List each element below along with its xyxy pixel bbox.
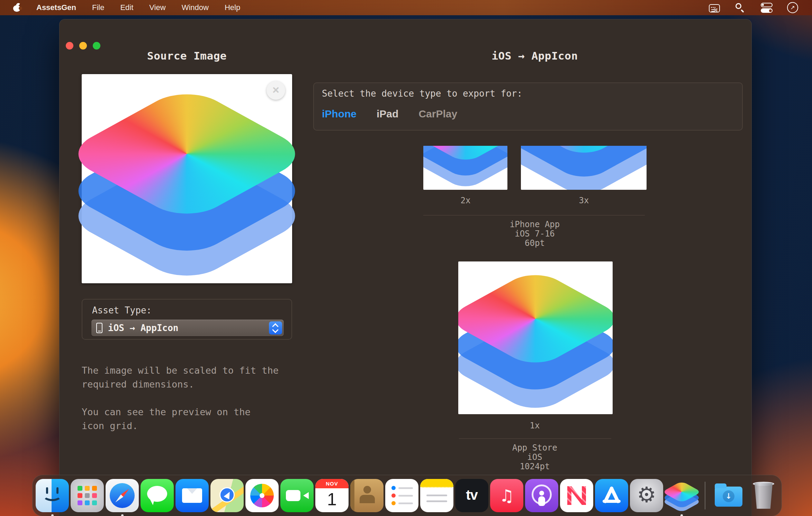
assetsgen-window: Source Image × Asset Type: iOS → AppIcon… xyxy=(59,19,752,516)
group-divider xyxy=(423,215,645,215)
apple-menu-icon[interactable] xyxy=(13,3,20,12)
dock-item-podcasts[interactable] xyxy=(525,479,558,512)
group-divider xyxy=(459,438,611,439)
caption-line: iOS xyxy=(431,453,639,462)
asset-type-value: iOS → AppIcon xyxy=(108,323,179,333)
safari-icon xyxy=(106,479,139,512)
maps-icon xyxy=(210,479,244,512)
group-caption-app-store: App Store iOS 1024pt xyxy=(431,443,639,471)
dock-item-downloads[interactable] xyxy=(712,479,745,512)
control-center-icon[interactable] xyxy=(761,2,773,13)
menu-bar: AssetsGen File Edit View Window Help ⌘ ↗ xyxy=(0,0,812,15)
menu-file[interactable]: File xyxy=(92,3,104,12)
trash-icon xyxy=(747,479,780,512)
dock-item-messages[interactable] xyxy=(141,479,174,512)
preview-thumb-1x xyxy=(458,261,613,414)
system-settings-icon: ⚙ xyxy=(630,479,663,512)
desktop: AssetsGen File Edit View Window Help ⌘ ↗ xyxy=(0,0,812,516)
remove-source-image-button[interactable]: × xyxy=(267,81,285,100)
scale-label-2x: 2x xyxy=(445,196,486,205)
assetsgen-icon xyxy=(665,479,698,512)
mail-icon xyxy=(175,479,209,512)
preview-artwork xyxy=(521,146,647,190)
menu-edit[interactable]: Edit xyxy=(120,3,133,12)
preview-artwork xyxy=(464,265,606,407)
search-icon[interactable] xyxy=(734,2,746,13)
menu-window[interactable]: Window xyxy=(182,3,209,12)
description-line: The image will be scaled to fit the xyxy=(82,364,307,377)
menu-help[interactable]: Help xyxy=(225,3,240,12)
caption-line: iPhone App xyxy=(431,220,639,229)
dock-item-tv[interactable]: tv xyxy=(455,479,488,512)
dock-item-reminders[interactable] xyxy=(385,479,418,512)
dock-item-safari[interactable] xyxy=(106,479,139,512)
facetime-icon xyxy=(280,479,314,512)
phone-icon xyxy=(96,323,102,333)
toggle-pill-top xyxy=(761,3,773,7)
music-icon: ♫ xyxy=(490,479,523,512)
caption-line: 1024pt xyxy=(431,462,639,471)
messages-icon xyxy=(141,479,174,512)
device-option-ipad[interactable]: iPad xyxy=(377,108,398,120)
search-handle xyxy=(741,9,744,13)
clock-icon[interactable]: ↗ xyxy=(787,2,798,13)
launchpad-icon xyxy=(71,479,104,512)
downloads-folder-icon xyxy=(712,479,745,512)
contacts-icon xyxy=(350,479,384,512)
source-image-preview[interactable] xyxy=(82,74,292,283)
calendar-icon: NOV 1 xyxy=(315,479,349,512)
kbd-dots xyxy=(711,7,712,8)
description-line: required dimensions. xyxy=(82,377,307,391)
menu-app-name[interactable]: AssetsGen xyxy=(36,3,76,12)
notes-icon xyxy=(420,479,453,512)
dock-item-assetsgen[interactable] xyxy=(665,479,698,512)
device-option-iphone[interactable]: iPhone xyxy=(322,108,357,120)
asset-type-label: Asset Type: xyxy=(92,305,152,315)
preview-thumb-3x xyxy=(521,146,647,190)
menu-view[interactable]: View xyxy=(149,3,165,12)
command-palette-icon[interactable]: ⌘ xyxy=(709,4,720,12)
dock-item-photos[interactable] xyxy=(245,479,279,512)
source-image-title: Source Image xyxy=(83,50,291,62)
asset-type-panel: Asset Type: iOS → AppIcon xyxy=(82,299,292,340)
dock-item-calendar[interactable]: NOV 1 xyxy=(315,479,349,512)
dropdown-stepper-icon[interactable] xyxy=(269,321,282,335)
dock-item-news[interactable] xyxy=(560,479,593,512)
description-line: You can see the preview on the xyxy=(82,405,307,419)
dock: NOV 1 tv ♫ ⚙ xyxy=(32,475,782,516)
calendar-day: 1 xyxy=(315,488,349,510)
dock-item-appstore[interactable] xyxy=(595,479,628,512)
news-icon xyxy=(560,479,593,512)
scale-label-3x: 3x xyxy=(563,196,605,205)
minimize-window-button[interactable] xyxy=(79,42,87,50)
dock-item-settings[interactable]: ⚙ xyxy=(630,479,663,512)
reminders-icon xyxy=(385,479,418,512)
dock-item-maps[interactable] xyxy=(210,479,244,512)
description-text: The image will be scaled to fit the requ… xyxy=(82,364,307,433)
scale-label-1x: 1x xyxy=(514,421,556,430)
close-window-button[interactable] xyxy=(66,42,73,50)
kbd-cmd-glyph: ⌘ xyxy=(713,8,718,12)
search-lens xyxy=(736,3,741,9)
preview-artwork xyxy=(423,146,507,186)
dock-separator xyxy=(705,482,705,509)
description-line: icon grid. xyxy=(82,419,307,433)
dock-item-mail[interactable] xyxy=(175,479,209,512)
zoom-window-button[interactable] xyxy=(93,42,100,50)
asset-type-dropdown[interactable]: iOS → AppIcon xyxy=(91,320,284,336)
caption-line: App Store xyxy=(431,443,639,453)
apple-bite xyxy=(19,7,22,10)
finder-icon xyxy=(36,479,69,512)
dock-item-launchpad[interactable] xyxy=(71,479,104,512)
dock-item-facetime[interactable] xyxy=(280,479,314,512)
dock-item-music[interactable]: ♫ xyxy=(490,479,523,512)
app-store-icon xyxy=(595,479,628,512)
dock-item-finder[interactable] xyxy=(36,479,69,512)
dock-item-contacts[interactable] xyxy=(350,479,384,512)
export-title: iOS → AppIcon xyxy=(431,50,639,62)
device-type-prompt: Select the device type to export for: xyxy=(322,88,522,99)
caption-line: iOS 7-16 xyxy=(431,229,639,239)
dock-item-trash[interactable] xyxy=(747,479,780,512)
dock-item-notes[interactable] xyxy=(420,479,453,512)
device-option-carplay[interactable]: CarPlay xyxy=(418,108,457,120)
